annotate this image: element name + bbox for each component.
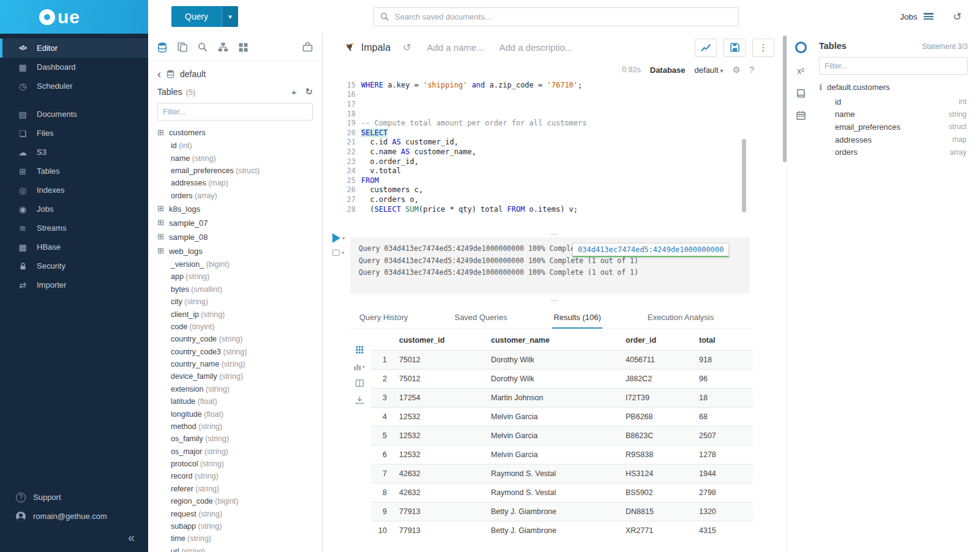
grid-view-icon[interactable] <box>356 346 364 354</box>
results-table[interactable]: customer_idcustomer_nameorder_idtotal 17… <box>371 330 753 540</box>
code-line[interactable]: 28 (SELECT SUM(price * qty) total FROM o… <box>323 204 787 214</box>
settings-gear-icon[interactable]: ⚙ <box>733 65 741 75</box>
sidebar-item-editor[interactable]: </>Editor <box>0 39 148 58</box>
table-item-web-logs[interactable]: ⊞web_logs <box>148 244 322 258</box>
sidebar-item-tables[interactable]: ⊞Tables <box>0 162 148 181</box>
column-item[interactable]: latitude (float) <box>148 395 322 408</box>
table-row[interactable]: 412532Melvin GarciaPB626868 <box>371 408 753 427</box>
chart-view-icon[interactable]: ▾ <box>354 363 365 370</box>
columns-view-icon[interactable] <box>356 379 364 387</box>
table-item-customers[interactable]: ⊞customers <box>148 125 322 140</box>
column-item[interactable]: city (string) <box>148 296 322 308</box>
tab-results-106[interactable]: Results (106) <box>552 307 602 329</box>
column-item[interactable]: record (string) <box>148 470 322 482</box>
table-row[interactable]: 612532Melvin GarciaR9S8381278 <box>371 446 753 464</box>
code-editor[interactable]: 15WHERE a.key = 'shipping' and a.zip_cod… <box>323 80 787 220</box>
active-table-row[interactable]: ℹ default.customers <box>819 83 968 92</box>
column-item[interactable]: device_family (string) <box>148 370 322 382</box>
add-table-icon[interactable]: + <box>291 87 297 97</box>
table-row[interactable]: 275012Dorothy WilkJ882C296 <box>371 370 753 389</box>
user-account[interactable]: romain@gethue.com <box>0 507 148 526</box>
global-history-icon[interactable]: ↺ <box>953 10 962 23</box>
code-line[interactable]: 15WHERE a.key = 'shipping' and a.zip_cod… <box>323 80 787 90</box>
save-button[interactable] <box>724 39 746 57</box>
column-header-customer-name[interactable]: customer_name <box>487 330 622 351</box>
editor-assistant-icon[interactable] <box>795 42 807 53</box>
column-item[interactable]: subapp (string) <box>148 520 322 532</box>
log-resize-handle[interactable] <box>323 231 787 236</box>
refresh-tables-icon[interactable]: ↻ <box>305 86 313 97</box>
query-name-input[interactable] <box>427 42 490 53</box>
column-item[interactable]: referer (string) <box>148 483 322 495</box>
column-item[interactable]: email_preferences (struct) <box>148 165 322 177</box>
column-header-customer-id[interactable]: customer_id <box>395 330 487 351</box>
bag-icon[interactable] <box>302 42 313 52</box>
search-box[interactable] <box>373 7 739 26</box>
table-row[interactable]: 977913Betty J. GiambroneDN88151320 <box>371 502 753 521</box>
panel-column-orders[interactable]: ordersarray <box>819 146 968 159</box>
panel-column-name[interactable]: namestring <box>819 108 968 121</box>
sitemap-icon[interactable] <box>218 42 228 52</box>
code-line[interactable]: 16 <box>323 90 787 100</box>
code-line[interactable]: 17 <box>323 99 787 109</box>
collapse-sidebar-button[interactable]: « <box>0 526 148 545</box>
support-link[interactable]: ? Support <box>0 488 148 507</box>
assist-filter-input[interactable] <box>157 103 313 121</box>
column-item[interactable]: country_code (string) <box>148 333 322 345</box>
sidebar-item-dashboard[interactable]: ▦Dashboard <box>0 58 148 76</box>
column-item[interactable]: method (string) <box>148 420 322 433</box>
table-row[interactable]: 512532Melvin GarciaB8623C2507 <box>371 427 753 446</box>
query-history-toggle-icon[interactable]: ↺ <box>403 42 411 53</box>
column-item[interactable]: orders (array) <box>148 190 322 202</box>
column-item[interactable]: os_major (string) <box>148 446 322 458</box>
column-item[interactable]: app (string) <box>148 270 322 283</box>
jobs-link[interactable]: Jobs <box>900 12 918 21</box>
sidebar-item-files[interactable]: ❏Files <box>0 124 148 143</box>
query-dropdown-caret-icon[interactable]: ▾ <box>222 6 238 27</box>
table-info-icon[interactable]: ℹ <box>819 83 822 92</box>
column-item[interactable]: region_code (bigint) <box>148 495 322 507</box>
table-row[interactable]: 317254Martin JohnsonI72T3918 <box>371 389 753 408</box>
column-item[interactable]: name (string) <box>148 152 322 164</box>
sidebar-item-scheduler[interactable]: ◷Scheduler <box>0 76 148 95</box>
column-item[interactable]: bytes (smallint) <box>148 283 322 296</box>
assist-search-icon[interactable] <box>198 42 208 52</box>
functions-icon[interactable]: x² <box>797 66 804 76</box>
language-reference-icon[interactable] <box>796 89 806 98</box>
apps-grid-icon[interactable] <box>239 43 248 52</box>
column-item[interactable]: country_name (string) <box>148 358 322 370</box>
column-item[interactable]: os_family (string) <box>148 433 322 445</box>
table-row[interactable]: 175012Dorothy Wilk4056711918 <box>371 351 753 370</box>
table-item-sample-07[interactable]: ⊞sample_07 <box>148 216 322 230</box>
sidebar-item-security[interactable]: Security <box>0 256 148 275</box>
results-resize-handle[interactable] <box>323 297 787 302</box>
sidebar-item-hbase[interactable]: ▩HBase <box>0 237 148 256</box>
query-button[interactable]: Query ▾ <box>171 6 238 27</box>
column-item[interactable]: client_ip (string) <box>148 308 322 320</box>
code-line[interactable]: 25FROM <box>323 176 787 185</box>
sidebar-item-streams[interactable]: ≋Streams <box>0 218 148 237</box>
databases-source-icon[interactable] <box>157 42 167 53</box>
panel-column-addresses[interactable]: addressesmap <box>819 133 968 146</box>
sidebar-item-s3[interactable]: ☁S3 <box>0 143 148 162</box>
help-icon[interactable]: ? <box>749 65 754 75</box>
column-item[interactable]: extension (string) <box>148 383 322 395</box>
column-item[interactable]: _version_ (bigint) <box>148 258 322 270</box>
tab-execution-analysis[interactable]: Execution Analysis <box>646 307 715 328</box>
code-line[interactable]: 21 c.id AS customer_id, <box>323 138 787 147</box>
sidebar-item-jobs[interactable]: ◉Jobs <box>0 200 148 218</box>
code-line[interactable]: 22 c.name AS customer_name, <box>323 147 787 157</box>
column-item[interactable]: longitude (float) <box>148 408 322 420</box>
panel-column-email-preferences[interactable]: email_preferencesstruct <box>819 121 968 133</box>
table-row[interactable]: 742632Raymond S. VestalHS31241944 <box>371 464 753 483</box>
column-item[interactable]: id (int) <box>148 140 322 152</box>
query-id-overlay[interactable]: 034d413ec7474ed5:4249de1000000000 <box>572 243 729 257</box>
search-input[interactable] <box>395 12 732 21</box>
column-item[interactable]: request (string) <box>148 507 322 520</box>
column-item[interactable]: time (string) <box>148 532 322 545</box>
tab-saved-queries[interactable]: Saved Queries <box>453 307 508 328</box>
column-item[interactable]: url (string) <box>148 545 322 552</box>
code-line[interactable]: 24 v.total <box>323 166 787 176</box>
column-item[interactable]: protocol (string) <box>148 458 322 470</box>
right-panel-filter-input[interactable] <box>819 57 968 75</box>
